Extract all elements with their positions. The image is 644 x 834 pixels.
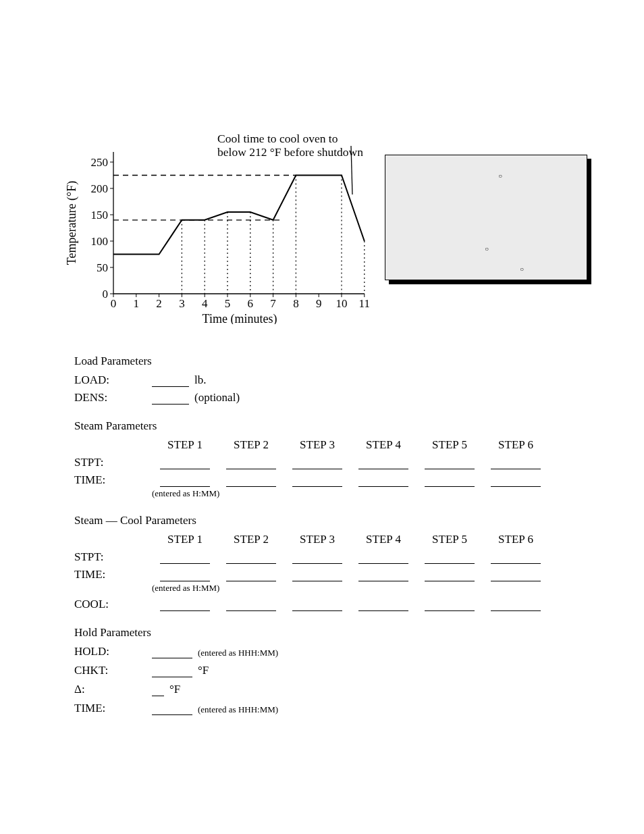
sc-cool-2[interactable] — [226, 599, 276, 611]
sc-stpt-5[interactable] — [425, 552, 475, 564]
dens-label: DENS: — [74, 391, 152, 405]
section-title-load: Load Parameters — [74, 355, 587, 368]
svg-line-50 — [351, 146, 352, 194]
steam-stpt-2[interactable] — [226, 457, 276, 469]
delta-input[interactable] — [152, 684, 164, 696]
svg-text:3: 3 — [179, 297, 185, 310]
sc-time-3[interactable] — [292, 569, 342, 581]
svg-text:250: 250 — [91, 156, 109, 169]
steam-stpt-1[interactable] — [160, 457, 210, 469]
sc-stpt-label: STPT: — [74, 550, 152, 564]
svg-text:0: 0 — [103, 288, 109, 301]
svg-text:150: 150 — [91, 209, 109, 221]
sc-stpt-1[interactable] — [160, 552, 210, 564]
steam-time-label: TIME: — [74, 473, 152, 487]
sc-cool-label: COOL: — [74, 598, 152, 611]
load-input[interactable] — [152, 375, 189, 387]
load-unit: lb. — [194, 373, 206, 387]
sc-time-5[interactable] — [425, 569, 475, 581]
chkt-unit: °F — [198, 664, 209, 677]
steam-stpt-4[interactable] — [358, 457, 408, 469]
steam-stpt-5[interactable] — [425, 457, 475, 469]
steam-time-2[interactable] — [226, 475, 276, 487]
svg-text:Time (minutes): Time (minutes) — [203, 312, 277, 324]
steam-time-5[interactable] — [425, 475, 475, 487]
chkt-label: CHKT: — [74, 664, 152, 677]
hold-note: (entered as HHH:MM) — [198, 648, 278, 658]
steam-time-note: (entered as H:MM) — [152, 488, 587, 499]
sc-cool-4[interactable] — [358, 599, 408, 611]
sc-time-note: (entered as H:MM) — [152, 583, 587, 594]
chkt-input[interactable] — [152, 665, 192, 677]
sc-cool-5[interactable] — [425, 599, 475, 611]
load-label: LOAD: — [74, 373, 152, 387]
steam-stpt-3[interactable] — [292, 457, 342, 469]
sc-cool-3[interactable] — [292, 599, 342, 611]
section-title-steam-cool: Steam — Cool Parameters — [74, 514, 587, 527]
svg-text:9: 9 — [316, 297, 322, 310]
svg-text:6: 6 — [248, 297, 254, 310]
steam-cool-parameters-section: Steam — Cool Parameters STEP 1 STEP 2 ST… — [74, 514, 587, 611]
svg-text:100: 100 — [91, 235, 109, 248]
steam-time-3[interactable] — [292, 475, 342, 487]
sc-stpt-4[interactable] — [358, 552, 408, 564]
sc-cool-6[interactable] — [491, 599, 541, 611]
hold-time-note: (entered as HHH:MM) — [198, 704, 278, 715]
sc-stpt-3[interactable] — [292, 552, 342, 564]
svg-text:200: 200 — [91, 182, 109, 195]
sc-stpt-6[interactable] — [491, 552, 541, 564]
sc-time-label: TIME: — [74, 568, 152, 581]
svg-text:10: 10 — [336, 297, 348, 310]
step-header: STEP 1 — [152, 438, 218, 452]
sc-time-1[interactable] — [160, 569, 210, 581]
temperature-chart: 0 50 100 150 200 250 01234567891011 Time… — [61, 122, 371, 324]
svg-text:50: 50 — [97, 261, 108, 274]
svg-text:7: 7 — [270, 297, 276, 310]
hold-label: HOLD: — [74, 645, 152, 658]
sc-time-4[interactable] — [358, 569, 408, 581]
hold-time-input[interactable] — [152, 703, 192, 715]
sc-time-6[interactable] — [491, 569, 541, 581]
steam-time-4[interactable] — [358, 475, 408, 487]
svg-text:2: 2 — [156, 297, 162, 310]
steam-stpt-6[interactable] — [491, 457, 541, 469]
steam-stpt-label: STPT: — [74, 456, 152, 469]
steam-parameters-section: Steam Parameters STEP 1 STEP 2 STEP 3 ST… — [74, 419, 587, 499]
steam-time-1[interactable] — [160, 475, 210, 487]
steam-time-6[interactable] — [491, 475, 541, 487]
section-title-steam: Steam Parameters — [74, 419, 587, 433]
svg-text:5: 5 — [225, 297, 231, 310]
svg-text:8: 8 — [293, 297, 299, 310]
hold-time-label: TIME: — [74, 702, 152, 715]
svg-text:0: 0 — [111, 297, 117, 310]
sc-time-2[interactable] — [226, 569, 276, 581]
dens-input[interactable] — [152, 392, 189, 405]
section-title-hold: Hold Parameters — [74, 626, 587, 640]
sc-stpt-2[interactable] — [226, 552, 276, 564]
side-panel: ○ ○ ○ — [385, 155, 587, 280]
svg-text:4: 4 — [202, 297, 208, 310]
dens-note: (optional) — [194, 391, 240, 405]
hold-parameters-section: Hold Parameters HOLD: (entered as HHH:MM… — [74, 626, 587, 715]
hold-input[interactable] — [152, 646, 192, 658]
delta-unit: °F — [169, 683, 180, 696]
svg-text:Temperature (°F): Temperature (°F) — [65, 181, 79, 265]
svg-text:1: 1 — [134, 297, 140, 310]
svg-text:11: 11 — [359, 297, 370, 310]
delta-label: Δ: — [74, 683, 152, 696]
sc-cool-1[interactable] — [160, 599, 210, 611]
load-parameters-section: Load Parameters LOAD: lb. DENS: (optiona… — [74, 355, 587, 405]
